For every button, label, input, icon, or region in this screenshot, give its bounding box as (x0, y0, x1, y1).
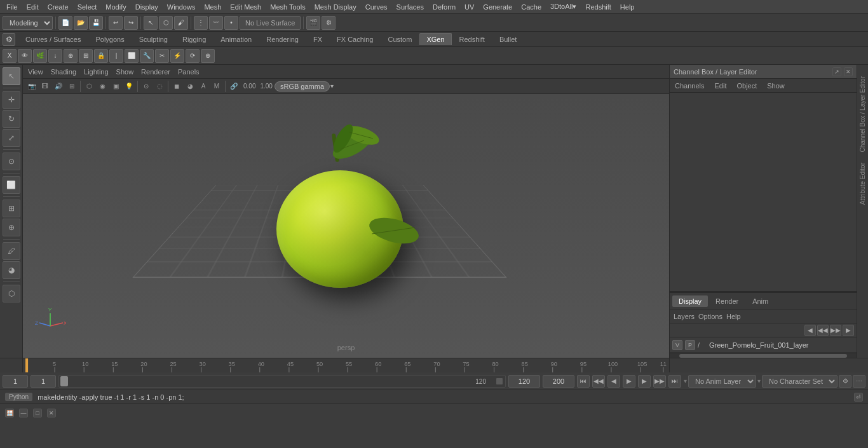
command-input[interactable] (37, 393, 849, 401)
current-frame-input[interactable] (3, 375, 28, 388)
viewport-view-menu[interactable]: View (28, 68, 43, 76)
channel-tab-show[interactable]: Show (764, 81, 787, 91)
vp-film-btn[interactable]: 🎞 (39, 80, 51, 93)
anim-layer-dropdown[interactable]: No Anim Layer (688, 375, 756, 388)
gamma-arrow[interactable]: ▾ (330, 83, 334, 90)
range-end-input[interactable] (508, 375, 540, 388)
vp-grid-btn[interactable]: ⊞ (65, 80, 78, 93)
menu-windows[interactable]: Windows (163, 2, 200, 12)
menu-generate[interactable]: Generate (479, 2, 516, 12)
vp-light-btn[interactable]: 💡 (123, 80, 135, 93)
vp-smooth-btn[interactable]: ◉ (96, 80, 109, 93)
viewport-lighting-menu[interactable]: Lighting (84, 68, 109, 76)
move-tool[interactable]: ✛ (3, 91, 20, 109)
menu-select[interactable]: Select (74, 2, 101, 12)
viewport-shading-menu[interactable]: Shading (51, 68, 76, 76)
undo-btn[interactable]: ↩ (109, 16, 123, 30)
panel-close-btn[interactable]: ✕ (844, 67, 853, 76)
snap-grid-btn[interactable]: ⋮ (194, 16, 208, 30)
anim-settings-btn[interactable]: ⚙ (839, 375, 851, 388)
select-tool[interactable]: ↖ (3, 67, 20, 85)
layer-row-0[interactable]: V P / Green_Pomelo_Fruit_001_layer (670, 337, 857, 353)
layer-tool-end[interactable]: ▶ (843, 325, 854, 336)
layer-tool-prev[interactable]: ◀◀ (817, 325, 829, 336)
anim-extra-btn[interactable]: ⋯ (853, 375, 865, 388)
snap-curve-btn[interactable]: 〰 (209, 16, 223, 30)
xgen-tool-4[interactable]: ↓ (48, 49, 62, 63)
playback-prev-frame-btn[interactable]: ◀◀ (592, 375, 605, 388)
playback-next-frame-btn[interactable]: ▶▶ (653, 375, 666, 388)
paint-select-btn[interactable]: 🖌 (174, 16, 188, 30)
options-menu[interactable]: Options (698, 313, 722, 320)
xgen-tool-8[interactable]: | (109, 49, 123, 63)
paint-tool[interactable]: 🖊 (3, 242, 20, 260)
tab-redshift[interactable]: Redshift (452, 33, 492, 45)
tab-rigging[interactable]: Rigging (175, 33, 213, 45)
playback-end-btn[interactable]: ⏭ (668, 375, 681, 388)
bar-end-handle[interactable] (496, 378, 503, 384)
vp-synced-btn[interactable]: 🔗 (227, 80, 240, 93)
vp-ao-btn[interactable]: ◕ (184, 80, 196, 93)
open-scene-btn[interactable]: 📂 (74, 16, 88, 30)
menu-deform[interactable]: Deform (429, 2, 459, 12)
rotate-tool[interactable]: ↻ (3, 110, 20, 128)
vp-xray-btn[interactable]: ◌ (153, 80, 166, 93)
menu-mesh[interactable]: Mesh (200, 2, 225, 12)
command-enter-btn[interactable]: ⏎ (854, 393, 863, 402)
menu-mesh-display[interactable]: Mesh Display (311, 2, 360, 12)
sidebar-label-attribute-editor[interactable]: Attribute Editor (858, 158, 867, 210)
select-tool-btn[interactable]: ↖ (144, 16, 158, 30)
snap-tool[interactable]: ⊞ (3, 200, 20, 217)
layer-tab-anim[interactable]: Anim (746, 295, 775, 307)
layers-menu[interactable]: Layers (674, 313, 695, 320)
tab-curves-surfaces[interactable]: Curves / Surfaces (18, 33, 88, 45)
vp-anti-alias-btn[interactable]: A (197, 80, 210, 93)
layer-scroll[interactable] (670, 353, 857, 358)
xgen-tool-6[interactable]: ⊞ (79, 49, 93, 63)
vp-isolate-btn[interactable]: ⊙ (140, 80, 153, 93)
menu-3dtall[interactable]: 3DtoAll▾ (546, 1, 580, 12)
menu-create[interactable]: Create (44, 2, 72, 12)
timeline-numbers[interactable]: 5 10 15 20 25 30 35 40 45 50 5 (23, 358, 669, 372)
layer-tool-next[interactable]: ▶▶ (830, 325, 841, 336)
tab-custom[interactable]: Custom (381, 33, 419, 45)
xgen-tool-3[interactable]: 🌿 (33, 49, 47, 63)
window-maximize-btn[interactable]: □ (33, 409, 42, 417)
range-end2-input[interactable] (543, 375, 574, 388)
xgen-tool-12[interactable]: ⚡ (170, 49, 184, 63)
menu-surfaces[interactable]: Surfaces (393, 2, 428, 12)
viewport-canvas[interactable]: X Y Z persp (23, 94, 669, 358)
tab-polygons[interactable]: Polygons (88, 33, 131, 45)
help-menu[interactable]: Help (726, 313, 741, 320)
layer-p-btn-0[interactable]: P (685, 340, 695, 350)
viewport-panels-menu[interactable]: Panels (178, 68, 200, 76)
tab-rendering[interactable]: Rendering (259, 33, 306, 45)
show-hide-tool[interactable]: ⬡ (3, 285, 20, 302)
marquee-tool[interactable]: ⬜ (3, 176, 20, 194)
tab-fx-caching[interactable]: FX Caching (330, 33, 380, 45)
xgen-tool-10[interactable]: 🔧 (140, 49, 154, 63)
viewport-renderer-menu[interactable]: Renderer (141, 68, 170, 76)
xgen-tool-9[interactable]: ⬜ (125, 49, 139, 63)
lasso-tool-btn[interactable]: ⬡ (159, 16, 173, 30)
layer-vis-btn-0[interactable]: V (672, 340, 682, 350)
window-close-btn[interactable]: ✕ (47, 409, 56, 417)
snap-point-btn[interactable]: • (224, 16, 238, 30)
soft-select-tool[interactable]: ⊙ (3, 153, 20, 170)
range-start-input[interactable] (31, 375, 56, 388)
xgen-tool-11[interactable]: ✂ (155, 49, 169, 63)
menu-curves[interactable]: Curves (362, 2, 391, 12)
menu-cache[interactable]: Cache (517, 2, 545, 12)
xgen-tool-13[interactable]: ⟳ (186, 49, 200, 63)
tab-sculpting[interactable]: Sculpting (132, 33, 175, 45)
xgen-tool-7[interactable]: 🔒 (94, 49, 108, 63)
menu-uv[interactable]: UV (461, 2, 478, 12)
menu-help[interactable]: Help (616, 2, 639, 12)
menu-file[interactable]: File (3, 2, 22, 12)
viewport-show-menu[interactable]: Show (116, 68, 134, 76)
menu-redshift[interactable]: Redshift (581, 2, 614, 12)
render-settings-btn[interactable]: ⚙ (322, 16, 336, 30)
redo-btn[interactable]: ↪ (124, 16, 138, 30)
xgen-tool-1[interactable]: X (3, 49, 17, 63)
render-btn[interactable]: 🎬 (306, 16, 320, 30)
